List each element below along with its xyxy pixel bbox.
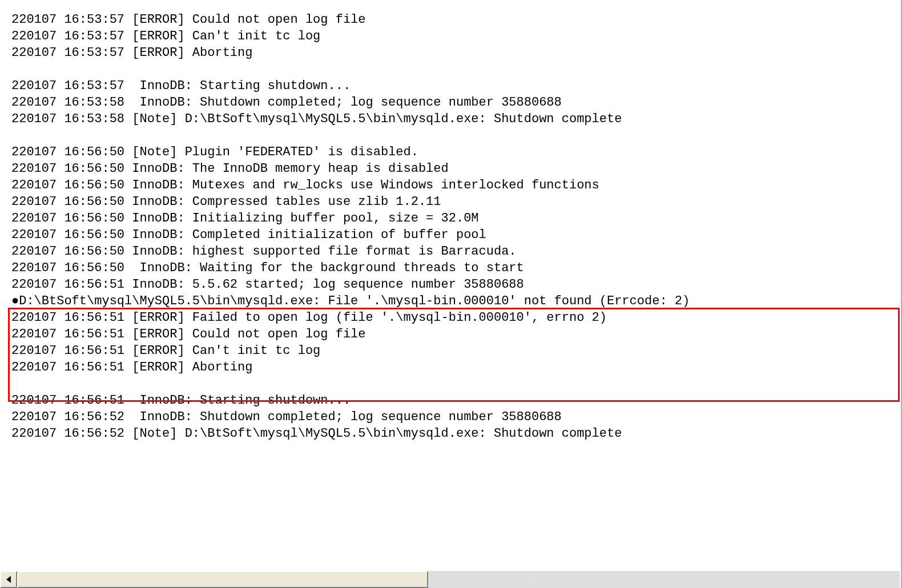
scrollbar-track[interactable] [17,571,900,588]
log-line: 220107 16:56:51 [ERROR] Failed to open l… [11,309,900,326]
log-line: 220107 16:56:51 InnoDB: Starting shutdow… [11,392,900,409]
log-line: 220107 16:56:50 [Note] Plugin 'FEDERATED… [11,144,900,160]
log-line: 220107 16:53:58 InnoDB: Shutdown complet… [11,94,900,111]
scrollbar-thumb[interactable] [17,571,428,588]
log-line: ●D:\BtSoft\mysql\MySQL5.5\bin\mysqld.exe… [11,293,900,309]
log-line [11,61,900,78]
log-line: 220107 16:56:50 InnoDB: Completed initia… [11,227,900,243]
log-line: 220107 16:53:57 [ERROR] Could not open l… [11,11,900,28]
log-line: 220107 16:53:58 [Note] D:\BtSoft\mysql\M… [11,111,900,127]
log-line: 220107 16:56:52 InnoDB: Shutdown complet… [11,409,900,425]
arrow-left-icon [6,576,11,583]
log-line: 220107 16:53:57 [ERROR] Can't init tc lo… [11,28,900,45]
log-line: 220107 16:56:51 InnoDB: 5.5.62 started; … [11,276,900,293]
log-line: 220107 16:56:50 InnoDB: highest supporte… [11,243,900,260]
log-line: 220107 16:56:51 [ERROR] Can't init tc lo… [11,343,900,359]
log-line: 220107 16:56:51 [ERROR] Could not open l… [11,326,900,343]
log-line: 220107 16:56:50 InnoDB: Waiting for the … [11,260,900,276]
log-line: 220107 16:53:57 [ERROR] Aborting [11,45,900,61]
log-line: 220107 16:56:50 InnoDB: The InnoDB memor… [11,160,900,177]
log-viewer: 220107 16:53:57 [ERROR] Could not open l… [0,0,902,588]
log-line: 220107 16:56:50 InnoDB: Initializing buf… [11,210,900,227]
log-text-area[interactable]: 220107 16:53:57 [ERROR] Could not open l… [11,11,900,548]
log-line: 220107 16:56:50 InnoDB: Mutexes and rw_l… [11,177,900,194]
log-line: 220107 16:56:51 [ERROR] Aborting [11,359,900,376]
log-line [11,127,900,144]
log-line: 220107 16:56:50 InnoDB: Compressed table… [11,194,900,210]
log-line [11,376,900,392]
scroll-left-button[interactable] [0,571,17,588]
horizontal-scrollbar[interactable] [0,571,900,588]
log-line: 220107 16:56:52 [Note] D:\BtSoft\mysql\M… [11,425,900,442]
log-line: 220107 16:53:57 InnoDB: Starting shutdow… [11,78,900,94]
